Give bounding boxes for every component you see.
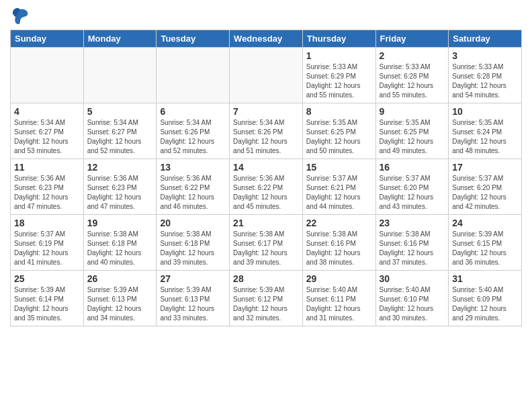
day-number: 27: [160, 273, 226, 284]
calendar-cell: 14Sunrise: 5:36 AM Sunset: 6:22 PM Dayli…: [230, 159, 303, 215]
day-info: Sunrise: 5:33 AM Sunset: 6:28 PM Dayligh…: [452, 62, 518, 100]
calendar-cell: 18Sunrise: 5:37 AM Sunset: 6:19 PM Dayli…: [11, 215, 84, 271]
day-number: 9: [380, 106, 445, 117]
day-header-friday: Friday: [375, 30, 449, 48]
week-row-5: 25Sunrise: 5:39 AM Sunset: 6:14 PM Dayli…: [11, 271, 522, 326]
day-number: 2: [380, 50, 445, 61]
day-info: Sunrise: 5:38 AM Sunset: 6:18 PM Dayligh…: [87, 230, 153, 267]
calendar-cell: 29Sunrise: 5:40 AM Sunset: 6:11 PM Dayli…: [302, 271, 375, 326]
day-info: Sunrise: 5:36 AM Sunset: 6:22 PM Dayligh…: [160, 174, 226, 212]
week-row-2: 4Sunrise: 5:34 AM Sunset: 6:27 PM Daylig…: [11, 103, 522, 159]
day-number: 4: [14, 106, 80, 117]
calendar-cell: 9Sunrise: 5:35 AM Sunset: 6:25 PM Daylig…: [375, 103, 449, 159]
day-number: 30: [380, 273, 445, 284]
day-info: Sunrise: 5:36 AM Sunset: 6:22 PM Dayligh…: [233, 174, 299, 212]
day-info: Sunrise: 5:39 AM Sunset: 6:14 PM Dayligh…: [14, 285, 80, 323]
day-info: Sunrise: 5:40 AM Sunset: 6:09 PM Dayligh…: [452, 285, 518, 323]
calendar-cell: 19Sunrise: 5:38 AM Sunset: 6:18 PM Dayli…: [83, 215, 157, 271]
day-number: 24: [452, 218, 518, 228]
logo: [10, 7, 33, 26]
day-number: 21: [233, 218, 299, 228]
page-header: [10, 7, 522, 26]
calendar-cell: [11, 48, 84, 103]
calendar-cell: [83, 48, 157, 103]
calendar-cell: 13Sunrise: 5:36 AM Sunset: 6:22 PM Dayli…: [157, 159, 230, 215]
day-number: 31: [452, 273, 518, 284]
calendar-cell: 10Sunrise: 5:35 AM Sunset: 6:24 PM Dayli…: [449, 103, 522, 159]
day-number: 20: [160, 218, 226, 228]
day-info: Sunrise: 5:37 AM Sunset: 6:19 PM Dayligh…: [14, 230, 80, 267]
calendar-cell: 30Sunrise: 5:40 AM Sunset: 6:10 PM Dayli…: [375, 271, 449, 326]
calendar-cell: 27Sunrise: 5:39 AM Sunset: 6:13 PM Dayli…: [157, 271, 230, 326]
calendar-cell: 4Sunrise: 5:34 AM Sunset: 6:27 PM Daylig…: [11, 103, 84, 159]
calendar-cell: 20Sunrise: 5:38 AM Sunset: 6:18 PM Dayli…: [157, 215, 230, 271]
day-number: 6: [160, 106, 226, 117]
calendar-cell: 5Sunrise: 5:34 AM Sunset: 6:27 PM Daylig…: [83, 103, 157, 159]
day-number: 28: [233, 273, 299, 284]
day-info: Sunrise: 5:38 AM Sunset: 6:17 PM Dayligh…: [233, 230, 299, 267]
day-info: Sunrise: 5:37 AM Sunset: 6:21 PM Dayligh…: [306, 174, 372, 212]
day-info: Sunrise: 5:39 AM Sunset: 6:12 PM Dayligh…: [233, 285, 299, 323]
day-info: Sunrise: 5:34 AM Sunset: 6:26 PM Dayligh…: [160, 118, 226, 156]
day-info: Sunrise: 5:39 AM Sunset: 6:15 PM Dayligh…: [452, 230, 518, 267]
day-number: 18: [14, 218, 80, 228]
day-number: 26: [87, 273, 153, 284]
day-info: Sunrise: 5:35 AM Sunset: 6:25 PM Dayligh…: [306, 118, 372, 156]
day-number: 19: [87, 218, 153, 228]
calendar-cell: 23Sunrise: 5:38 AM Sunset: 6:16 PM Dayli…: [375, 215, 449, 271]
calendar-cell: 24Sunrise: 5:39 AM Sunset: 6:15 PM Dayli…: [449, 215, 522, 271]
week-row-4: 18Sunrise: 5:37 AM Sunset: 6:19 PM Dayli…: [11, 215, 522, 271]
calendar-cell: 28Sunrise: 5:39 AM Sunset: 6:12 PM Dayli…: [230, 271, 303, 326]
day-header-thursday: Thursday: [302, 30, 375, 48]
day-info: Sunrise: 5:40 AM Sunset: 6:11 PM Dayligh…: [306, 285, 372, 323]
days-header-row: SundayMondayTuesdayWednesdayThursdayFrid…: [11, 30, 522, 48]
day-info: Sunrise: 5:39 AM Sunset: 6:13 PM Dayligh…: [160, 285, 226, 323]
day-info: Sunrise: 5:35 AM Sunset: 6:25 PM Dayligh…: [380, 118, 445, 156]
day-number: 10: [452, 106, 518, 117]
day-number: 22: [306, 218, 372, 228]
day-number: 25: [14, 273, 80, 284]
calendar-cell: 11Sunrise: 5:36 AM Sunset: 6:23 PM Dayli…: [11, 159, 84, 215]
day-number: 3: [452, 50, 518, 61]
day-info: Sunrise: 5:37 AM Sunset: 6:20 PM Dayligh…: [452, 174, 518, 212]
day-info: Sunrise: 5:38 AM Sunset: 6:16 PM Dayligh…: [380, 230, 445, 267]
calendar-cell: 17Sunrise: 5:37 AM Sunset: 6:20 PM Dayli…: [449, 159, 522, 215]
calendar-cell: [230, 48, 303, 103]
calendar-cell: 1Sunrise: 5:33 AM Sunset: 6:29 PM Daylig…: [302, 48, 375, 103]
day-number: 17: [452, 162, 518, 173]
day-info: Sunrise: 5:37 AM Sunset: 6:20 PM Dayligh…: [380, 174, 445, 212]
calendar-cell: 26Sunrise: 5:39 AM Sunset: 6:13 PM Dayli…: [83, 271, 157, 326]
calendar-cell: [157, 48, 230, 103]
day-number: 11: [14, 162, 80, 173]
day-number: 29: [306, 273, 372, 284]
day-info: Sunrise: 5:33 AM Sunset: 6:29 PM Dayligh…: [306, 62, 372, 100]
day-number: 23: [380, 218, 445, 228]
day-header-wednesday: Wednesday: [230, 30, 303, 48]
calendar-cell: 12Sunrise: 5:36 AM Sunset: 6:23 PM Dayli…: [83, 159, 157, 215]
calendar-cell: 2Sunrise: 5:33 AM Sunset: 6:28 PM Daylig…: [375, 48, 449, 103]
day-header-monday: Monday: [83, 30, 157, 48]
week-row-1: 1Sunrise: 5:33 AM Sunset: 6:29 PM Daylig…: [11, 48, 522, 103]
day-number: 5: [87, 106, 153, 117]
day-header-saturday: Saturday: [449, 30, 522, 48]
calendar-cell: 21Sunrise: 5:38 AM Sunset: 6:17 PM Dayli…: [230, 215, 303, 271]
day-number: 14: [233, 162, 299, 173]
day-info: Sunrise: 5:33 AM Sunset: 6:28 PM Dayligh…: [380, 62, 445, 100]
day-number: 12: [87, 162, 153, 173]
day-number: 7: [233, 106, 299, 117]
calendar-cell: 16Sunrise: 5:37 AM Sunset: 6:20 PM Dayli…: [375, 159, 449, 215]
day-info: Sunrise: 5:35 AM Sunset: 6:24 PM Dayligh…: [452, 118, 518, 156]
calendar-cell: 7Sunrise: 5:34 AM Sunset: 6:26 PM Daylig…: [230, 103, 303, 159]
day-header-sunday: Sunday: [11, 30, 84, 48]
day-info: Sunrise: 5:34 AM Sunset: 6:27 PM Dayligh…: [14, 118, 80, 156]
day-info: Sunrise: 5:34 AM Sunset: 6:26 PM Dayligh…: [233, 118, 299, 156]
calendar-cell: 3Sunrise: 5:33 AM Sunset: 6:28 PM Daylig…: [449, 48, 522, 103]
calendar-cell: 8Sunrise: 5:35 AM Sunset: 6:25 PM Daylig…: [302, 103, 375, 159]
day-info: Sunrise: 5:34 AM Sunset: 6:27 PM Dayligh…: [87, 118, 153, 156]
calendar-cell: 15Sunrise: 5:37 AM Sunset: 6:21 PM Dayli…: [302, 159, 375, 215]
day-info: Sunrise: 5:38 AM Sunset: 6:18 PM Dayligh…: [160, 230, 226, 267]
calendar-cell: 31Sunrise: 5:40 AM Sunset: 6:09 PM Dayli…: [449, 271, 522, 326]
calendar-table: SundayMondayTuesdayWednesdayThursdayFrid…: [10, 30, 522, 326]
calendar-cell: 25Sunrise: 5:39 AM Sunset: 6:14 PM Dayli…: [11, 271, 84, 326]
calendar-cell: 22Sunrise: 5:38 AM Sunset: 6:16 PM Dayli…: [302, 215, 375, 271]
